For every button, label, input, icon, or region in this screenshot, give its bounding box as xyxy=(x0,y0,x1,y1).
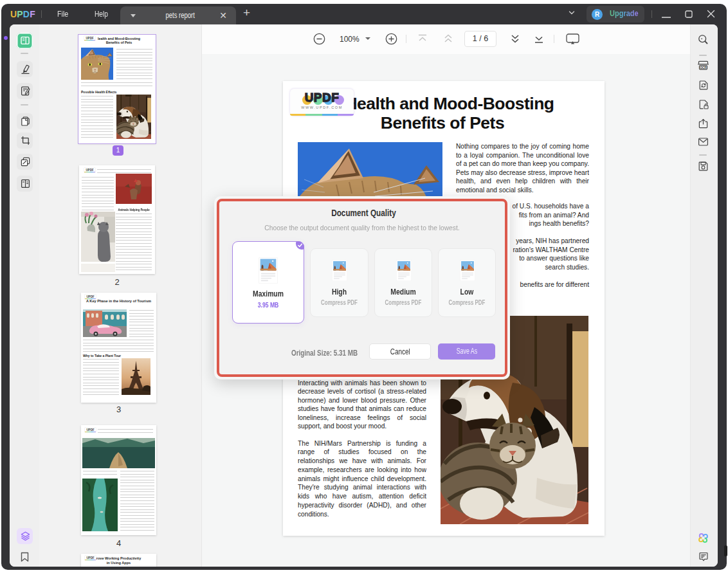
svg-text:OCR: OCR xyxy=(700,66,707,69)
